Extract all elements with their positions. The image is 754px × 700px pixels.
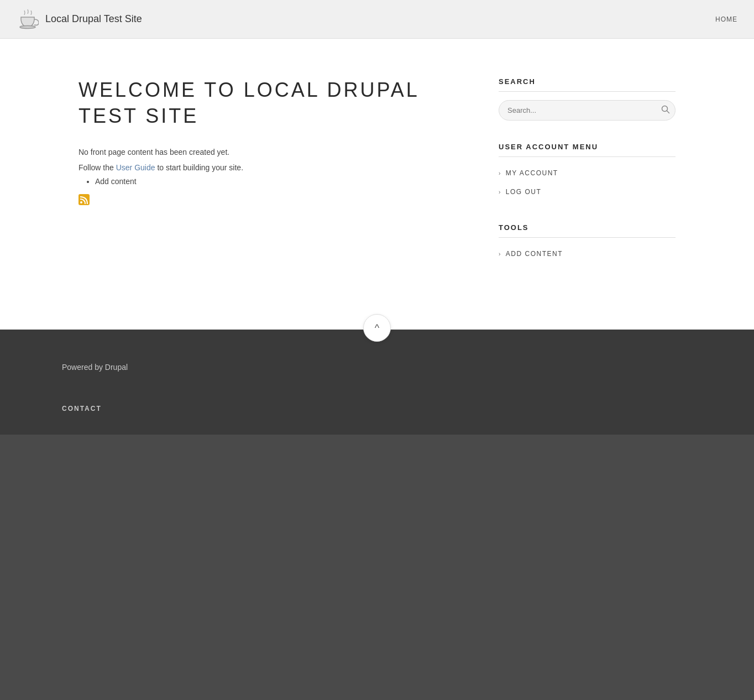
search-section-title: SEARCH: [499, 77, 676, 92]
svg-line-4: [667, 111, 669, 113]
main-content: WELCOME TO LOCAL DRUPAL TEST SITE No fro…: [78, 72, 465, 285]
nav-item-home[interactable]: HOME: [715, 15, 737, 23]
powered-by-text: Powered by Drupal: [62, 363, 692, 372]
drupal-logo-icon: [17, 8, 39, 30]
site-header: Local Drupal Test Site HOME: [0, 0, 754, 39]
main-nav: HOME: [715, 15, 737, 23]
search-section: SEARCH: [499, 77, 676, 121]
user-account-menu-items: › MY ACCOUNT › LOG OUT: [499, 164, 676, 201]
intro-text-line2: Follow the User Guide to start building …: [78, 161, 465, 174]
back-to-top-button[interactable]: ^: [363, 314, 391, 342]
content-list: Add content: [95, 177, 465, 186]
log-out-link[interactable]: › LOG OUT: [499, 182, 676, 201]
tools-section: TOOLS › ADD CONTENT: [499, 223, 676, 263]
add-content-tools-link[interactable]: › ADD CONTENT: [499, 244, 676, 263]
rss-icon: [78, 194, 90, 205]
svg-point-2: [80, 201, 82, 203]
chevron-icon: ›: [499, 251, 501, 257]
chevron-icon: ›: [499, 170, 501, 176]
content-area: WELCOME TO LOCAL DRUPAL TEST SITE No fro…: [62, 39, 692, 330]
add-content-link[interactable]: Add content: [95, 177, 137, 186]
intro-text-line1: No front page content has been created y…: [78, 146, 465, 158]
intro-prefix: Follow the: [78, 163, 116, 172]
rss-icon-wrapper[interactable]: [78, 194, 90, 207]
sidebar: SEARCH USER ACCOUNT MENU: [499, 72, 676, 285]
search-input[interactable]: [499, 100, 676, 121]
add-content-label: ADD CONTENT: [506, 250, 563, 258]
intro-suffix: to start building your site.: [155, 163, 244, 172]
site-footer: Powered by Drupal CONTACT: [0, 330, 754, 435]
user-account-menu-section: USER ACCOUNT MENU › MY ACCOUNT › LOG OUT: [499, 143, 676, 201]
tools-menu-items: › ADD CONTENT: [499, 244, 676, 263]
search-button[interactable]: [661, 105, 670, 116]
footer-inner: Powered by Drupal CONTACT: [62, 363, 692, 412]
page-title: WELCOME TO LOCAL DRUPAL TEST SITE: [78, 77, 465, 129]
my-account-link[interactable]: › MY ACCOUNT: [499, 164, 676, 182]
list-item: Add content: [95, 177, 465, 186]
site-logo: Local Drupal Test Site: [17, 8, 142, 30]
chevron-up-icon: ^: [375, 322, 379, 334]
main-wrapper: WELCOME TO LOCAL DRUPAL TEST SITE No fro…: [0, 39, 754, 330]
tools-section-title: TOOLS: [499, 223, 676, 238]
user-guide-link[interactable]: User Guide: [116, 163, 155, 172]
log-out-label: LOG OUT: [506, 188, 542, 196]
svg-point-0: [20, 25, 35, 28]
chevron-icon: ›: [499, 189, 501, 195]
my-account-label: MY ACCOUNT: [506, 169, 558, 177]
site-name-text: Local Drupal Test Site: [45, 13, 142, 25]
search-icon: [661, 106, 670, 116]
search-wrapper: [499, 100, 676, 121]
user-account-menu-title: USER ACCOUNT MENU: [499, 143, 676, 157]
footer-contact-title: CONTACT: [62, 405, 692, 412]
